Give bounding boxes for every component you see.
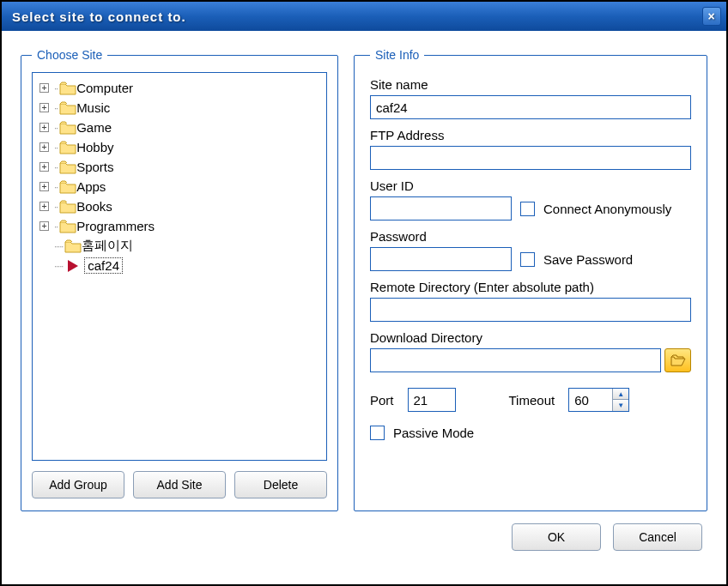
folder-icon bbox=[59, 141, 76, 154]
folder-icon bbox=[59, 121, 76, 135]
expand-icon[interactable]: + bbox=[39, 103, 49, 112]
tree-item[interactable]: +··Computer bbox=[36, 78, 323, 98]
remote-directory-label: Remote Directory (Enter absolute path) bbox=[370, 280, 691, 294]
folder-icon bbox=[59, 82, 76, 95]
tree-item-label: Sports bbox=[76, 160, 113, 174]
close-button[interactable]: × bbox=[702, 7, 721, 26]
titlebar: Select site to connect to. × bbox=[2, 2, 726, 31]
tree-item-label: Apps bbox=[76, 179, 106, 194]
folder-icon bbox=[64, 239, 82, 253]
choose-site-group: Choose Site +··Computer+··Music+··Game+·… bbox=[21, 48, 338, 511]
folder-icon bbox=[59, 200, 76, 214]
connect-anonymously-label: Connect Anonymously bbox=[543, 202, 671, 216]
timeout-spinner[interactable]: ▲ ▼ bbox=[568, 388, 629, 412]
password-label: Password bbox=[370, 229, 691, 244]
add-site-button[interactable]: Add Site bbox=[133, 471, 226, 498]
expand-icon[interactable]: + bbox=[39, 182, 49, 191]
user-id-label: User ID bbox=[370, 178, 691, 193]
folder-icon bbox=[59, 220, 76, 233]
save-password-label: Save Password bbox=[543, 252, 633, 267]
tree-item[interactable]: +··Hobby bbox=[36, 137, 323, 157]
tree-item-label: caf24 bbox=[85, 258, 122, 273]
folder-icon bbox=[59, 101, 76, 115]
cancel-button[interactable]: Cancel bbox=[613, 523, 702, 551]
spinner-up-icon[interactable]: ▲ bbox=[613, 389, 628, 400]
site-name-label: Site name bbox=[370, 77, 691, 92]
tree-item-label: Hobby bbox=[76, 140, 113, 154]
tree-item[interactable]: +··Apps bbox=[36, 177, 323, 196]
tree-item[interactable]: ·····홈페이지 bbox=[36, 236, 323, 256]
expand-icon[interactable]: + bbox=[39, 83, 49, 93]
folder-icon bbox=[59, 160, 76, 174]
tree-item-label: Books bbox=[76, 199, 112, 214]
port-input[interactable] bbox=[408, 388, 456, 412]
remote-directory-input[interactable] bbox=[370, 298, 691, 322]
site-tree[interactable]: +··Computer+··Music+··Game+··Hobby+··Spo… bbox=[32, 72, 327, 461]
site-info-legend: Site Info bbox=[370, 48, 424, 62]
passive-mode-checkbox[interactable] bbox=[370, 426, 385, 440]
tree-item-selected[interactable]: ·····caf24 bbox=[36, 256, 323, 275]
passive-mode-label: Passive Mode bbox=[393, 426, 474, 440]
ftp-address-input[interactable] bbox=[370, 146, 691, 170]
close-icon: × bbox=[707, 9, 715, 23]
expand-icon[interactable]: + bbox=[39, 221, 49, 231]
tree-item-label: Computer bbox=[76, 81, 133, 95]
download-directory-input[interactable] bbox=[370, 348, 661, 372]
tree-item[interactable]: +··Books bbox=[36, 196, 323, 216]
tree-item[interactable]: +··Music bbox=[36, 98, 323, 118]
password-input[interactable] bbox=[370, 247, 512, 271]
expand-icon[interactable]: + bbox=[39, 123, 49, 132]
tree-item-label: Programmers bbox=[76, 219, 155, 233]
expand-icon[interactable]: + bbox=[39, 142, 49, 152]
user-id-input[interactable] bbox=[370, 196, 512, 221]
connect-anonymously-checkbox[interactable] bbox=[520, 202, 535, 216]
folder-icon bbox=[59, 180, 76, 194]
tree-item-label: Game bbox=[76, 120, 112, 135]
ok-button[interactable]: OK bbox=[512, 523, 601, 551]
timeout-input[interactable] bbox=[569, 389, 612, 411]
ftp-address-label: FTP Address bbox=[370, 128, 691, 142]
tree-item[interactable]: +··Programmers bbox=[36, 216, 323, 236]
timeout-label: Timeout bbox=[509, 393, 555, 408]
folder-open-icon bbox=[670, 354, 686, 366]
site-info-group: Site Info Site name FTP Address User ID … bbox=[354, 48, 707, 511]
window-title: Select site to connect to. bbox=[12, 9, 186, 24]
site-name-input[interactable] bbox=[370, 95, 691, 119]
choose-site-legend: Choose Site bbox=[32, 48, 107, 62]
browse-button[interactable] bbox=[664, 348, 691, 372]
tree-item-label: Music bbox=[76, 100, 110, 115]
spinner-down-icon[interactable]: ▼ bbox=[613, 400, 628, 411]
port-label: Port bbox=[370, 393, 394, 408]
site-arrow-icon bbox=[68, 260, 78, 272]
tree-item[interactable]: +··Sports bbox=[36, 157, 323, 177]
tree-item-label: 홈페이지 bbox=[82, 238, 133, 254]
expand-icon[interactable]: + bbox=[39, 202, 49, 211]
delete-button[interactable]: Delete bbox=[234, 471, 327, 498]
save-password-checkbox[interactable] bbox=[520, 252, 535, 267]
tree-item[interactable]: +··Game bbox=[36, 118, 323, 137]
expand-icon[interactable]: + bbox=[39, 162, 49, 172]
add-group-button[interactable]: Add Group bbox=[32, 471, 124, 498]
download-directory-label: Download Directory bbox=[370, 330, 691, 345]
